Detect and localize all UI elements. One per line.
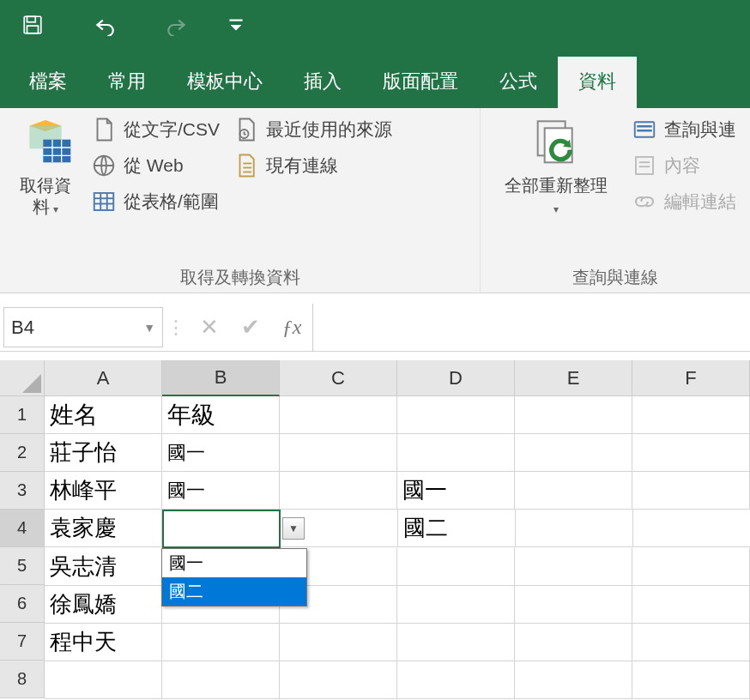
row-header[interactable]: 4	[0, 510, 45, 547]
row-header[interactable]: 5	[0, 547, 45, 585]
cell[interactable]	[632, 396, 750, 434]
undo-button[interactable]	[81, 8, 129, 42]
cell[interactable]	[515, 661, 632, 699]
group-queries-label: 查詢與連線	[487, 262, 743, 291]
cell[interactable]	[516, 510, 633, 547]
tab-layout[interactable]: 版面配置	[362, 57, 479, 108]
tab-template[interactable]: 模板中心	[166, 57, 283, 108]
properties-icon	[632, 153, 657, 178]
cell[interactable]	[515, 434, 632, 472]
cell[interactable]	[45, 661, 162, 699]
from-table-button[interactable]: 從表格/範圍	[91, 189, 220, 214]
cell[interactable]	[632, 586, 750, 624]
cell[interactable]: 國一	[162, 472, 280, 510]
redo-button[interactable]	[153, 8, 201, 42]
cell[interactable]	[632, 624, 750, 661]
cell[interactable]	[633, 510, 750, 547]
cell[interactable]: 姓名	[45, 396, 162, 434]
column-header[interactable]: F	[632, 360, 750, 396]
select-all-corner[interactable]	[0, 360, 45, 396]
get-data-button[interactable]: 取得資料 ▾	[7, 112, 84, 262]
insert-function-button[interactable]: ƒx	[271, 304, 312, 351]
chevron-down-icon: ▼	[143, 321, 155, 335]
cell[interactable]: 林峰平	[45, 472, 162, 510]
cell[interactable]: 年級	[162, 396, 280, 434]
file-lines-icon	[233, 153, 259, 178]
cell[interactable]	[162, 661, 280, 699]
link-icon	[632, 189, 657, 214]
cell[interactable]	[397, 624, 515, 661]
cell[interactable]	[632, 472, 750, 510]
cell[interactable]	[515, 624, 632, 661]
cell[interactable]	[397, 586, 515, 624]
column-header[interactable]: C	[280, 360, 397, 396]
tab-home[interactable]: 常用	[88, 57, 166, 108]
refresh-all-button[interactable]: 全部重新整理▾	[487, 112, 625, 262]
customize-qat-button[interactable]	[225, 8, 247, 42]
tab-data[interactable]: 資料	[558, 57, 637, 108]
queries-connections-label: 查詢與連	[664, 118, 736, 142]
chevron-down-icon: ▾	[553, 203, 559, 215]
row-header[interactable]: 2	[0, 434, 45, 472]
cell[interactable]	[280, 472, 397, 510]
list-panel-icon	[632, 117, 657, 142]
cell[interactable]	[280, 661, 397, 699]
cell[interactable]	[280, 434, 397, 472]
edit-links-label: 編輯連結	[664, 190, 736, 214]
cell[interactable]	[515, 472, 632, 510]
cell[interactable]	[632, 434, 750, 472]
cell[interactable]	[397, 661, 515, 699]
cell[interactable]	[632, 548, 750, 586]
cell[interactable]	[162, 624, 280, 661]
globe-icon	[91, 153, 117, 178]
recent-sources-button[interactable]: 最近使用的來源	[233, 117, 392, 142]
row-header[interactable]: 8	[0, 661, 45, 698]
existing-connections-button[interactable]: 現有連線	[233, 153, 392, 178]
cell[interactable]	[397, 396, 515, 434]
file-clock-icon	[233, 117, 259, 142]
tab-file[interactable]: 檔案	[9, 57, 88, 108]
cell[interactable]: 國二	[398, 510, 516, 547]
queries-connections-button[interactable]: 查詢與連	[632, 117, 736, 142]
save-button[interactable]	[9, 8, 57, 42]
tab-insert[interactable]: 插入	[283, 57, 362, 108]
formula-input[interactable]	[312, 304, 750, 351]
cell-active[interactable]	[162, 510, 281, 548]
cell[interactable]: 徐鳳嬌	[45, 586, 162, 624]
data-validation-dropdown-button[interactable]: ▼	[282, 517, 305, 540]
cell[interactable]: 莊子怡	[45, 434, 162, 472]
svg-rect-11	[94, 193, 114, 210]
cell[interactable]: 袁家慶	[45, 510, 162, 547]
column-header[interactable]: E	[515, 360, 632, 396]
cell[interactable]	[515, 548, 632, 586]
row-header[interactable]: 1	[0, 396, 45, 434]
cell[interactable]	[515, 396, 632, 434]
column-header[interactable]: B	[162, 360, 280, 396]
row-header[interactable]: 7	[0, 623, 45, 661]
cell[interactable]	[280, 396, 397, 434]
cell[interactable]	[280, 624, 397, 661]
from-csv-button[interactable]: 從文字/CSV	[91, 117, 220, 142]
column-header[interactable]: D	[397, 360, 515, 396]
cell[interactable]	[397, 434, 515, 472]
name-box[interactable]: B4 ▼	[3, 307, 163, 347]
row-header[interactable]: 6	[0, 585, 45, 623]
cell[interactable]: 吳志清	[45, 548, 162, 586]
tab-formula[interactable]: 公式	[479, 57, 558, 108]
validation-option[interactable]: 國二	[162, 577, 306, 606]
cell[interactable]: 國一	[397, 472, 515, 510]
row-header[interactable]: 3	[0, 472, 45, 510]
cell[interactable]	[632, 661, 750, 699]
cell[interactable]	[515, 586, 632, 624]
svg-rect-5	[43, 140, 70, 163]
ribbon-tabs: 檔案 常用 模板中心 插入 版面配置 公式 資料	[0, 50, 750, 108]
from-web-button[interactable]: 從 Web	[91, 153, 220, 178]
validation-option[interactable]: 國一	[162, 549, 306, 577]
svg-rect-2	[27, 26, 39, 33]
cell[interactable]	[397, 548, 515, 586]
recent-sources-label: 最近使用的來源	[266, 118, 392, 142]
cell[interactable]: 程中天	[45, 624, 162, 661]
cell[interactable]: 國一	[162, 434, 280, 472]
group-get-transform-label: 取得及轉換資料	[7, 262, 473, 291]
column-header[interactable]: A	[45, 360, 162, 396]
